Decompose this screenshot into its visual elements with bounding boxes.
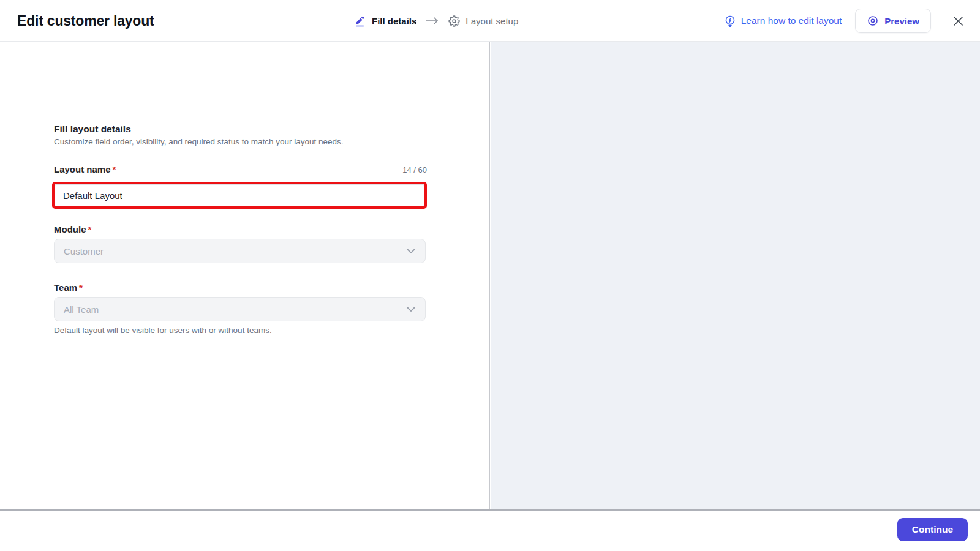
module-select-value: Customer bbox=[64, 246, 104, 257]
pencil-icon bbox=[354, 15, 366, 27]
footer: Continue bbox=[0, 509, 980, 551]
lightbulb-icon bbox=[724, 15, 736, 28]
arrow-right-icon bbox=[425, 16, 440, 26]
annotation-highlight-red-box bbox=[52, 182, 427, 209]
team-select-value: All Team bbox=[64, 304, 99, 315]
team-helper-text: Default layout will be visible for users… bbox=[54, 326, 272, 335]
preview-button[interactable]: Preview bbox=[855, 9, 931, 33]
close-button[interactable] bbox=[948, 11, 968, 31]
eye-icon bbox=[867, 15, 879, 27]
required-asterisk: * bbox=[79, 282, 83, 293]
chevron-down-icon bbox=[406, 248, 416, 254]
close-icon bbox=[952, 15, 965, 28]
form-heading: Fill layout details bbox=[54, 124, 131, 135]
step-label-layout-setup: Layout setup bbox=[466, 16, 518, 26]
step-fill-details[interactable]: Fill details bbox=[354, 15, 417, 27]
layout-name-input[interactable] bbox=[55, 184, 424, 206]
module-select[interactable]: Customer bbox=[54, 239, 426, 263]
form-panel bbox=[0, 42, 490, 509]
required-asterisk: * bbox=[88, 224, 92, 234]
layout-name-label: Layout name* bbox=[54, 164, 116, 174]
continue-button[interactable]: Continue bbox=[897, 518, 968, 541]
step-label-fill-details: Fill details bbox=[372, 16, 417, 26]
learn-how-link[interactable]: Learn how to edit layout bbox=[724, 15, 842, 28]
preview-label: Preview bbox=[884, 16, 919, 26]
form-subheading: Customize field order, visibility, and r… bbox=[54, 137, 343, 146]
team-select[interactable]: All Team bbox=[54, 297, 426, 321]
stepper: Fill details Layout setup bbox=[354, 0, 518, 42]
learn-how-label: Learn how to edit layout bbox=[741, 15, 842, 26]
team-label: Team* bbox=[54, 282, 83, 293]
chevron-down-icon bbox=[406, 306, 416, 312]
module-label: Module* bbox=[54, 224, 91, 234]
required-asterisk: * bbox=[113, 164, 116, 174]
char-counter: 14 / 60 bbox=[402, 165, 427, 174]
page-title: Edit customer layout bbox=[17, 12, 154, 29]
layout-name-label-row: Layout name* 14 / 60 bbox=[54, 164, 427, 174]
header: Edit customer layout Fill details bbox=[0, 0, 980, 42]
step-layout-setup[interactable]: Layout setup bbox=[448, 15, 518, 27]
preview-panel bbox=[491, 42, 980, 509]
header-actions: Learn how to edit layout Preview bbox=[724, 0, 968, 42]
gear-icon bbox=[448, 15, 460, 27]
